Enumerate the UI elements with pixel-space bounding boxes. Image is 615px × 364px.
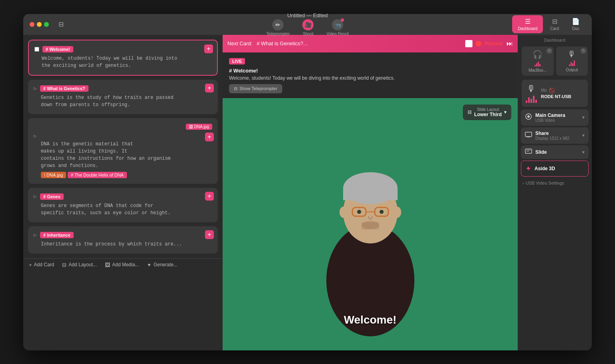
double-helix-tag: # The Double Helix of DNA [68,172,127,178]
add-layout-button[interactable]: ⊟ Add Layout... [62,262,97,268]
card-add-button-genetics[interactable]: + [205,84,214,93]
slide-info: Slide [535,149,579,155]
card-dna[interactable]: 🖼 DNA.jpg + ▷ DNA is the genetic materia… [28,118,218,184]
skip-button[interactable]: ⏭ [506,40,513,47]
app-title: Untitled — Edited [287,14,328,19]
mic-level-bars [526,96,537,103]
live-body: Welcome, students! Today we will be divi… [229,75,511,81]
add-media-button[interactable]: 🖼 Add Media... [105,262,139,268]
slide-layout-icon: ⊟ [468,109,472,115]
card-welcome[interactable]: + # Welcome! Welcome, students! Today we… [28,40,218,76]
share-name: Share [535,131,579,136]
audio-macbook[interactable]: ? 🎧 MacBoo... [522,46,554,76]
close-button[interactable] [30,22,34,27]
card-genes-expand[interactable]: ▷ [34,194,37,199]
dashboard-label: Dashboard [518,26,537,31]
card-welcome-checkbox[interactable] [34,47,39,52]
slide-layout-label: Slide Layout [474,107,502,112]
out-bar-3 [572,63,573,66]
generate-button[interactable]: ✦ Generate... [147,262,177,268]
card-welcome-tag: # Welcome! [42,46,73,52]
card-dna-expand[interactable]: ▷ [34,134,37,138]
main-camera-sub: USB Video [535,118,579,123]
maximize-button[interactable] [44,22,49,27]
aside-3d-icon: ✦ [525,164,531,173]
card-genes[interactable]: + ▷ # Genes Genes are segments of DNA th… [28,188,218,222]
slide-row[interactable]: Slide ▾ [521,145,589,159]
card-inheritance-expand[interactable]: ▷ [34,233,37,237]
audio-output[interactable]: ? 🎙 Output [556,46,588,76]
mic-device-label: RODE NT-USB [541,94,584,99]
shoot-icon: 🎥 [302,19,314,30]
card-add-button-dna[interactable]: + [205,133,214,141]
card-genetics-body: Genetics is the study of how traits are … [41,94,212,109]
camera-icon [525,113,532,122]
generate-icon: ✦ [147,262,151,268]
audio-output-badge: ? [581,48,586,54]
share-chevron: ▾ [582,133,585,138]
card-genetics[interactable]: + ▷ # What is Genetics? Genetics is the … [28,80,218,114]
main-camera-info: Main Camera USB Video [535,113,579,123]
share-row[interactable]: Share Display 1512 x 982 ▾ [521,127,589,144]
vol-bar-4 [539,64,541,66]
live-badge: LIVE [229,58,245,64]
slide-name: Slide [535,149,579,155]
usb-settings-label: USB Video Settings [526,181,564,185]
toolbar-shoot[interactable]: 🎥 Shoot [302,19,314,36]
card-add-button-welcome[interactable]: + [204,44,213,53]
main-content: + # Welcome! Welcome, students! Today we… [23,35,592,350]
mic-section-label: Mic [541,88,547,93]
show-teleprompter-button[interactable]: ⊟ Show Teleprompter [229,84,282,93]
card-list: + # Welcome! Welcome, students! Today we… [23,35,223,258]
toolbar-video-pencil[interactable]: 📹 Video Pencil [326,19,348,36]
share-info: Share Display 1512 x 982 [535,131,579,141]
app-window: ⊟ Untitled — Edited ✏ Teleprompter 🎥 Sho… [23,14,592,350]
record-button[interactable]: Record [484,40,502,46]
svg-point-12 [380,210,384,214]
teleprompter-label: Teleprompter [266,32,289,36]
mic-bar-5 [535,100,537,103]
card-add-button-inheritance[interactable]: + [205,230,214,239]
audio-row: ? 🎧 MacBoo... ? 🎙 [518,44,592,78]
svg-rect-17 [525,132,532,137]
output-vol-bars [569,60,575,66]
mic-bar-2 [528,97,530,103]
card-inheritance-header: ▷ # Inheritance [34,232,212,238]
slide-layout-info: Slide Layout Lower Third [474,107,502,117]
card-inheritance[interactable]: + ▷ # Inheritance Inheritance is the pro… [28,226,218,253]
vol-bar-1 [535,65,536,66]
generate-label: Generate... [153,262,177,267]
mic-card[interactable]: 🎙 Mic 🚫 RODE NT-USB [522,80,588,107]
nav-doc[interactable]: 📄 Doc [566,15,585,33]
sidebar-toggle-button[interactable]: ⊟ [57,19,65,30]
card-add-button-genes[interactable]: + [205,192,214,201]
mic-bar-4 [533,96,535,103]
live-area: LIVE # Welcome! Welcome, students! Today… [223,52,518,98]
usb-settings-link[interactable]: › USB Video Settings [518,177,592,189]
dna-attachment-tag[interactable]: 🖼 DNA.jpg [186,124,212,130]
add-card-button[interactable]: + Add Card [29,262,54,268]
minimize-button[interactable] [37,22,42,27]
add-media-icon: 🖼 [105,262,110,268]
slide-layout-button[interactable]: ⊟ Slide Layout Lower Third ▾ [463,105,511,120]
macbook-audio-icon: 🎧 [533,50,543,59]
output-audio-icon: 🎙 [568,50,576,59]
nav-dashboard[interactable]: ☰ Dashboard [512,15,543,33]
output-audio-label: Output [566,68,578,72]
toolbar-teleprompter[interactable]: ✏ Teleprompter [266,19,289,36]
titlebar-center: Untitled — Edited ✏ Teleprompter 🎥 Shoot… [266,14,349,36]
video-pencil-label: Video Pencil [326,32,348,36]
slide-chevron: ▾ [582,149,585,155]
add-card-label: Add Card [34,262,54,267]
card-genetics-expand[interactable]: ▷ [34,86,37,90]
preview-area: Next Card: # What is Genetics?... Record… [223,35,518,350]
card-dna-subtags: ! DNA.jpg # The Double Helix of DNA [41,172,212,178]
vol-bar-3 [538,62,539,66]
svg-point-11 [357,210,361,214]
stop-button[interactable] [465,40,472,47]
main-camera-row[interactable]: Main Camera USB Video ▾ [521,109,589,126]
out-bar-4 [574,60,575,66]
nav-card[interactable]: ⊟ Card [545,15,565,33]
card-welcome-body: Welcome, students! Today we will be divi… [42,55,211,69]
aside-3d-row[interactable]: ✦ Aside 3D [521,161,589,177]
